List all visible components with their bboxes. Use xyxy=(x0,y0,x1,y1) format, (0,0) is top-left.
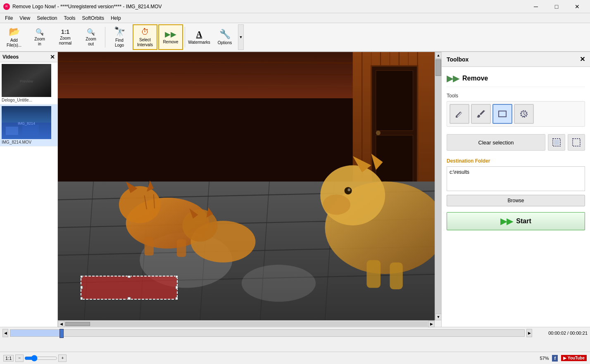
canvas-scrollbar-horizontal[interactable]: ◀ ▶ xyxy=(58,320,435,327)
zoom-slider[interactable] xyxy=(24,355,57,362)
svg-text:IMG_8214: IMG_8214 xyxy=(18,121,35,125)
scroll-right-arrow[interactable]: ▶ xyxy=(428,321,435,327)
canvas-scrollbar-vertical[interactable]: ▲ ▼ xyxy=(435,52,441,320)
facebook-button[interactable]: f xyxy=(552,355,558,362)
video-item-2[interactable]: IMG_8214 IMG_8214.MOV xyxy=(0,104,57,147)
lasso-tool-button[interactable] xyxy=(514,104,534,124)
zoom-in-icon: 🔍+ xyxy=(36,28,44,36)
remove-icon: ▶▶ xyxy=(165,30,176,39)
menu-view[interactable]: View xyxy=(16,14,33,22)
clear-selection-label: Clear selection xyxy=(478,139,514,146)
options-button[interactable]: 🔧 Options xyxy=(212,24,237,50)
watermarks-button[interactable]: A Watermarks xyxy=(187,24,212,50)
zoom-percent-display: 57% xyxy=(540,356,549,361)
menu-file[interactable]: File xyxy=(2,14,16,22)
toolbox-body: ▶▶ Remove Tools xyxy=(442,67,590,235)
destination-folder-section: Destination Folder c:\results Browse xyxy=(447,158,585,206)
menu-help[interactable]: Help xyxy=(107,14,124,22)
select-none-button[interactable] xyxy=(568,134,585,151)
svg-point-55 xyxy=(347,189,350,191)
scroll-vertical-track[interactable] xyxy=(435,59,441,314)
svg-rect-60 xyxy=(176,276,178,278)
scroll-vertical-thumb[interactable] xyxy=(435,59,441,76)
clear-selection-button[interactable]: Clear selection xyxy=(447,134,545,151)
tools-section: Tools xyxy=(447,93,585,127)
timeline-area: ◀ ▶ 00:00:02 / 00:00:21 xyxy=(0,327,590,352)
remove-button[interactable]: ▶▶ Remove xyxy=(158,24,183,50)
svg-rect-64 xyxy=(128,297,131,300)
title-bar-left: R Remove Logo Now! - ****Unregistered ve… xyxy=(3,3,162,10)
title-bar: R Remove Logo Now! - ****Unregistered ve… xyxy=(0,0,590,13)
minimize-button[interactable]: ─ xyxy=(526,0,545,13)
start-button[interactable]: ▶▶ Start xyxy=(447,212,585,230)
toolbox-close-button[interactable]: ✕ xyxy=(580,55,585,63)
remove-section-label: Remove xyxy=(462,75,488,82)
brush-tool-button[interactable] xyxy=(471,104,491,124)
zoom-out-button[interactable]: 🔍− Zoomout xyxy=(79,24,103,50)
tools-section-label: Tools xyxy=(447,93,585,99)
video-item-1[interactable]: Preview Delogo_Untitle... xyxy=(0,62,57,104)
scroll-horizontal-thumb[interactable] xyxy=(65,322,90,326)
video-canvas[interactable] xyxy=(58,52,435,320)
clear-selection-row: Clear selection xyxy=(447,132,585,152)
menu-selection[interactable]: Selection xyxy=(33,14,60,22)
scroll-horizontal-track[interactable] xyxy=(65,321,427,326)
zoom-out-label: Zoomout xyxy=(86,37,96,47)
svg-rect-22 xyxy=(376,71,413,131)
start-label: Start xyxy=(516,217,531,225)
zoom-increase-button[interactable]: + xyxy=(58,355,67,362)
scroll-up-arrow[interactable]: ▲ xyxy=(435,52,442,59)
add-files-button[interactable]: 📂 AddFile(s)... xyxy=(2,24,26,50)
lasso-icon xyxy=(519,109,529,119)
select-intervals-button[interactable]: ⏱ SelectIntervals xyxy=(133,24,157,50)
svg-text:Preview: Preview xyxy=(20,79,33,83)
pencil-tool-button[interactable] xyxy=(450,104,469,124)
restore-button[interactable]: □ xyxy=(547,0,566,13)
menu-tools[interactable]: Tools xyxy=(61,14,79,22)
title-bar-controls: ─ □ ✕ xyxy=(526,0,587,13)
watermarks-label: Watermarks xyxy=(188,40,210,45)
zoom-decrease-button[interactable]: − xyxy=(15,355,24,362)
toolbar-scroll-button[interactable]: ▼ xyxy=(238,24,244,50)
scroll-left-arrow[interactable]: ◀ xyxy=(58,321,64,327)
zoom-normal-label: Zoomnormal xyxy=(59,36,72,46)
remove-section-icon: ▶▶ xyxy=(447,73,459,83)
videos-title: Videos xyxy=(2,54,19,60)
video-thumb-2: IMG_8214 xyxy=(2,106,51,139)
browse-button[interactable]: Browse xyxy=(447,195,585,206)
video-thumb-1: Preview xyxy=(2,64,51,97)
start-icon: ▶▶ xyxy=(500,216,513,226)
remove-section: ▶▶ Remove xyxy=(447,72,585,87)
svg-rect-63 xyxy=(128,276,131,278)
scroll-down-arrow[interactable]: ▼ xyxy=(435,314,442,320)
select-intervals-label: SelectIntervals xyxy=(137,38,153,47)
menu-bar: File View Selection Tools SoftOrbits Hel… xyxy=(0,13,590,23)
zoom-normal-icon: 1:1 xyxy=(61,28,69,35)
select-all-button[interactable] xyxy=(548,134,565,151)
destination-input[interactable]: c:\results xyxy=(447,166,585,191)
zoom-out-icon: 🔍− xyxy=(87,28,95,36)
menu-softorbits[interactable]: SoftOrbits xyxy=(79,14,107,22)
time-display: 00:00:02 / 00:00:21 xyxy=(534,331,588,336)
videos-close-button[interactable]: ✕ xyxy=(50,54,55,60)
zoom-in-label: Zoomin xyxy=(34,37,45,47)
destination-label: Destination Folder xyxy=(447,158,585,164)
scrubber-back-button[interactable]: ◀ xyxy=(2,329,8,337)
scrubber-forward-button[interactable]: ▶ xyxy=(526,329,532,337)
svg-rect-69 xyxy=(554,140,559,145)
selection-area[interactable] xyxy=(81,276,178,300)
close-button[interactable]: ✕ xyxy=(568,0,587,13)
main-layout: Videos ✕ Preview xyxy=(0,52,590,327)
rect-select-tool-button[interactable] xyxy=(492,104,512,124)
youtube-button[interactable]: ▶ YouTube xyxy=(561,355,587,361)
select-none-icon xyxy=(572,138,581,147)
status-right: 57% f ▶ YouTube xyxy=(540,355,587,362)
scrubber-thumb[interactable] xyxy=(59,329,64,338)
start-section: ▶▶ Start xyxy=(447,212,585,230)
find-logo-button[interactable]: 🔭 FindLogo xyxy=(107,24,132,50)
zoom-normal-button[interactable]: 1:1 Zoomnormal xyxy=(53,24,78,50)
scrubber-track[interactable] xyxy=(10,329,525,337)
watermarks-icon: A xyxy=(196,30,202,39)
zoom-in-button[interactable]: 🔍+ Zoomin xyxy=(27,24,52,50)
svg-point-50 xyxy=(320,165,385,226)
